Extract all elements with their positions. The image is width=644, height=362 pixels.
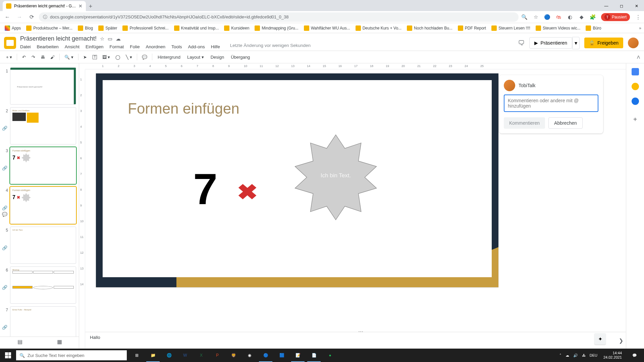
new-tab-button[interactable]: + xyxy=(86,2,95,11)
extension-icon-1[interactable]: 🔵 xyxy=(544,14,551,20)
star-icon[interactable]: ☆ xyxy=(100,36,104,42)
bookmark-item[interactable]: Kursideen xyxy=(222,24,251,32)
taskbar-app-powerpoint[interactable]: P xyxy=(209,349,225,362)
filmstrip-view-button[interactable]: ▤ xyxy=(17,339,22,345)
share-button[interactable]: 🔒 Freigeben xyxy=(584,38,623,48)
tray-overflow-icon[interactable]: ˄ xyxy=(559,353,561,358)
bookmarks-overflow-icon[interactable]: » xyxy=(639,26,641,31)
shape-button[interactable]: ◯ xyxy=(113,53,122,61)
taskbar-app-obs[interactable]: ◉ xyxy=(241,349,258,362)
notes-resize-handle[interactable] xyxy=(356,331,366,333)
bookmark-item[interactable]: Steuern Videos wic... xyxy=(534,24,583,32)
profile-status-badge[interactable]: T Pausiert xyxy=(601,13,630,21)
menu-insert[interactable]: Einfügen xyxy=(86,43,103,51)
layout-button[interactable]: Layout ▾ xyxy=(184,53,207,61)
present-dropdown-button[interactable]: ▾ xyxy=(572,37,580,49)
slide-thumb-5[interactable]: Ich bin Text. xyxy=(10,227,76,264)
slide-thumb-4[interactable]: Formen einfügen7✖ xyxy=(10,187,76,224)
design-button[interactable]: Design xyxy=(208,53,227,61)
start-button[interactable] xyxy=(0,349,16,362)
tray-onedrive-icon[interactable]: ☁ xyxy=(566,353,569,358)
redo-button[interactable]: ↷ xyxy=(29,53,37,61)
speaker-notes[interactable]: Hallo xyxy=(85,332,626,345)
menu-format[interactable]: Format xyxy=(109,43,124,51)
shape-inner-text[interactable]: Ich bin Text. xyxy=(290,172,381,179)
tasks-addon-icon[interactable] xyxy=(632,98,639,105)
menu-help[interactable]: Hilfe xyxy=(211,43,220,51)
tray-clock[interactable]: 14:44 24.02.2021 xyxy=(601,351,624,360)
taskbar-app-edge[interactable]: 🌐 xyxy=(161,349,177,362)
calendar-addon-icon[interactable] xyxy=(632,68,639,75)
bookmark-item[interactable]: Produktsuche – Mer... xyxy=(24,24,74,32)
bookmark-item[interactable]: Noch hochladen Bu... xyxy=(405,24,454,32)
bookmark-item[interactable]: Büro xyxy=(584,24,603,32)
comment-cancel-button[interactable]: Abbrechen xyxy=(548,117,583,129)
bookmark-star-icon[interactable]: ☆ xyxy=(533,14,539,20)
grid-view-button[interactable]: ▦ xyxy=(57,339,62,345)
site-info-icon[interactable]: ⓘ xyxy=(43,14,47,20)
side-panel-toggle-icon[interactable]: ❯ xyxy=(619,338,623,344)
get-addons-icon[interactable]: + xyxy=(633,116,637,123)
zoom-button[interactable]: 🔍 ▾ xyxy=(62,53,75,61)
background-button[interactable]: Hintergrund xyxy=(155,53,183,61)
address-bar[interactable]: ⓘ docs.google.com/presentation/d/1yV372S… xyxy=(39,12,519,22)
menu-tools[interactable]: Tools xyxy=(171,43,182,51)
speaker-notes-text[interactable]: Hallo xyxy=(90,335,100,340)
window-maximize-button[interactable]: ◻ xyxy=(614,1,629,11)
nav-reload-button[interactable]: ⟳ xyxy=(27,12,36,22)
explore-button[interactable]: ✦ xyxy=(594,333,606,345)
keep-addon-icon[interactable] xyxy=(632,83,639,90)
slide-title-text[interactable]: Formen einfügen xyxy=(128,100,239,117)
bookmark-item[interactable]: Steuern Lesen !!!! xyxy=(489,24,532,32)
taskbar-app-spotify[interactable]: ● xyxy=(322,349,338,362)
textbox-button[interactable]: 🅃 xyxy=(91,53,99,61)
slide-thumb-6[interactable]: Mindmap xyxy=(10,266,76,304)
comment-history-icon[interactable]: 🗨 xyxy=(518,39,525,47)
tray-notifications-icon[interactable]: 💬 xyxy=(628,349,641,362)
slide-polygon-shape[interactable]: Ich bin Text. xyxy=(290,132,381,223)
slide-thumb-1[interactable]: Präsentieren leicht gemacht! xyxy=(10,67,76,105)
zoom-icon[interactable]: 🔍 xyxy=(521,14,528,20)
account-avatar[interactable] xyxy=(628,38,639,48)
bookmark-item[interactable]: Mindmapping (Gru... xyxy=(253,24,300,32)
extension-icon-3[interactable]: ◐ xyxy=(567,14,574,20)
slides-logo-icon[interactable] xyxy=(4,37,16,49)
transition-button[interactable]: Übergang xyxy=(228,53,253,61)
slide-canvas[interactable]: Formen einfügen 7 ✖ Ich bin Text. xyxy=(96,73,498,287)
bookmark-item[interactable]: Professionell Schrei... xyxy=(120,24,170,32)
present-button[interactable]: ▶ Präsentieren xyxy=(529,37,572,49)
slide-x-shape[interactable]: ✖ xyxy=(237,180,258,205)
collapse-toolbar-icon[interactable]: ᐱ xyxy=(637,55,640,60)
undo-button[interactable]: ↶ xyxy=(20,53,28,61)
menu-view[interactable]: Ansicht xyxy=(65,43,79,51)
menu-addons[interactable]: Add-ons xyxy=(188,43,205,51)
tray-volume-icon[interactable]: 🔊 xyxy=(573,353,578,358)
comment-input[interactable] xyxy=(504,95,598,112)
comment-button[interactable]: 💬 xyxy=(140,53,149,61)
document-title[interactable]: Präsentieren leicht gemacht! xyxy=(20,35,97,42)
bookmark-item[interactable]: Wahlfächer WU Aus... xyxy=(302,24,352,32)
menu-slide[interactable]: Folie xyxy=(130,43,140,51)
move-icon[interactable]: ▭ xyxy=(108,36,112,42)
print-button[interactable]: 🖶 xyxy=(39,53,47,61)
bookmark-item[interactable]: PDF Report xyxy=(456,24,488,32)
taskbar-app-excel[interactable]: X xyxy=(193,349,209,362)
tray-lang[interactable]: DEU xyxy=(590,353,597,357)
bookmark-item[interactable]: Später xyxy=(96,24,119,32)
bookmark-item[interactable]: Blog xyxy=(76,24,95,32)
menu-file[interactable]: Datei xyxy=(20,43,31,51)
window-close-button[interactable]: ✕ xyxy=(629,1,644,11)
taskbar-app-edge2[interactable]: 🟦 xyxy=(274,349,290,362)
window-minimize-button[interactable]: ― xyxy=(599,1,614,11)
last-edit-label[interactable]: Letzte Änderung vor wenigen Sekunden xyxy=(230,43,311,51)
bookmark-item[interactable]: Deutsche Kurs + Vo... xyxy=(354,24,404,32)
taskbar-app-explorer[interactable]: 📁 xyxy=(145,349,161,362)
slide-thumb-3[interactable]: Formen einfügen7✖ xyxy=(10,147,76,184)
browser-menu-icon[interactable]: ⋮ xyxy=(635,14,641,20)
taskbar-app-brave[interactable]: 🦁 xyxy=(225,349,241,362)
slide-number-shape[interactable]: 7 xyxy=(193,164,217,214)
extension-icon-2[interactable]: 🛍 xyxy=(555,14,562,20)
image-button[interactable]: 🖼 ▾ xyxy=(100,53,112,61)
nav-back-button[interactable]: ← xyxy=(3,12,12,22)
cloud-status-icon[interactable]: ☁ xyxy=(116,36,121,42)
